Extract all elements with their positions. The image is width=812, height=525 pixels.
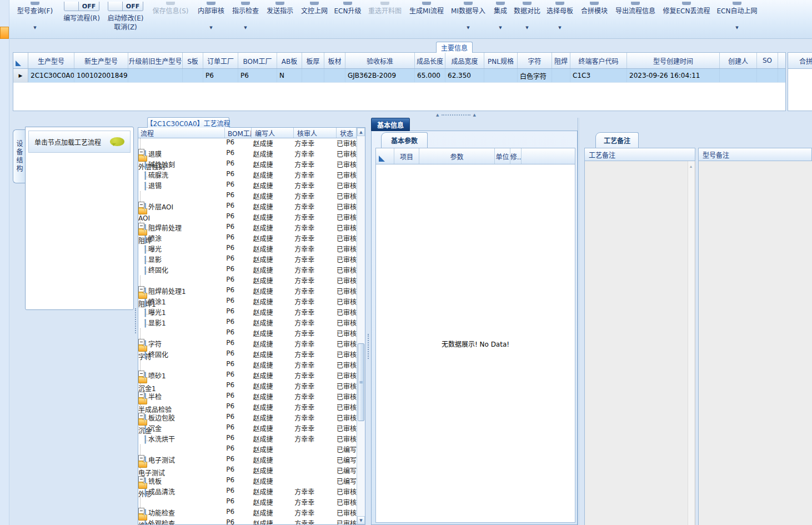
- splitter-grip[interactable]: [442, 114, 470, 116]
- tree-row[interactable]: 终检 P6 赵成捷 方幸幸 已审核: [138, 497, 357, 508]
- tree-row[interactable]: 半检 P6 赵成捷 方幸幸 已审核: [138, 392, 357, 402]
- tree-row[interactable]: 铣板 P6 赵成捷 已编写: [138, 476, 357, 487]
- main-grid-cell[interactable]: [183, 69, 203, 82]
- splitter-grip[interactable]: [135, 308, 137, 333]
- off-toggle[interactable]: OFF: [64, 2, 99, 11]
- tree-scrollbar[interactable]: [357, 128, 365, 524]
- tree-row[interactable]: 外观检查 P6 赵成捷 方幸幸 已审核: [138, 518, 357, 524]
- tree-row[interactable]: 退膜 P6 赵成捷 方幸幸 已审核: [138, 149, 357, 159]
- main-grid-cell[interactable]: [302, 69, 324, 82]
- tree-row[interactable]: 硫脲洗 P6 赵成捷 方幸幸 已审核: [138, 170, 357, 181]
- col-header-flow[interactable]: 流程: [138, 128, 225, 138]
- main-grid-column-header[interactable]: 升级前旧生产型号: [128, 53, 183, 68]
- toolbar-button[interactable]: 文控上网: [297, 0, 332, 39]
- tree-row[interactable]: 退锡 P6 赵成捷 方幸幸 已审核: [138, 181, 357, 191]
- tree-row[interactable]: 外形 P6 赵成捷 已编写: [138, 466, 357, 476]
- main-grid-column-header[interactable]: 验收标准: [345, 53, 415, 68]
- tree-row[interactable]: 终固化 P6 赵成捷 方幸幸 已审核: [138, 265, 357, 276]
- main-grid-column-header[interactable]: BOM工厂: [238, 53, 277, 68]
- col-header-writer[interactable]: 编写人: [252, 128, 294, 138]
- toolbar-button[interactable]: 重选开料图: [364, 0, 406, 39]
- tree-row[interactable]: 阻焊 P6 赵成捷 方幸幸 已审核: [138, 212, 357, 223]
- tree-row[interactable]: 碱性蚀刻 P6 赵成捷 方幸幸 已审核: [138, 159, 357, 170]
- col-header-bom-factory[interactable]: BOM工厂: [225, 128, 252, 138]
- toolbar-button[interactable]: 导出流程信息: [611, 0, 659, 39]
- main-grid-column-header[interactable]: 成品长度: [415, 53, 445, 68]
- params-column-header[interactable]: 项目: [394, 148, 419, 164]
- toolbar-button[interactable]: 集成: [489, 0, 512, 39]
- merge-panel-header[interactable]: 合拼: [788, 53, 812, 69]
- dropdown-arrow-icon[interactable]: [467, 23, 469, 31]
- main-grid-cell[interactable]: 2023-09-26 16:04:11: [627, 69, 720, 82]
- dropdown-arrow-icon[interactable]: [209, 23, 212, 31]
- col-header-status[interactable]: 状态: [337, 128, 357, 138]
- main-grid-column-header[interactable]: 成品宽度: [445, 53, 484, 68]
- tree-row[interactable]: 沉金 P6 赵成捷 方幸幸 已审核: [138, 423, 357, 434]
- dropdown-arrow-icon[interactable]: [558, 23, 561, 31]
- tree-row[interactable]: 功能检查 P6 赵成捷 方幸幸 已审核: [138, 508, 357, 518]
- main-grid-column-header[interactable]: 板厚: [302, 53, 324, 68]
- dropdown-arrow-icon[interactable]: [525, 23, 528, 31]
- params-column-header[interactable]: 修..: [510, 148, 522, 164]
- toolbar-button[interactable]: 内部审核: [194, 0, 228, 39]
- main-grid-column-header[interactable]: PNL规格: [484, 53, 518, 68]
- dropdown-arrow-icon[interactable]: [735, 23, 738, 31]
- tree-row[interactable]: 电子测试 P6 赵成捷 已编写: [138, 444, 357, 455]
- tab-process-flow[interactable]: 【2C1C30C0A0】工艺流程: [147, 117, 229, 128]
- tree-row[interactable]: 阻焊1 P6 赵成捷 方幸幸 已审核: [138, 276, 357, 286]
- tree-row[interactable]: 沉金 P6 赵成捷 方幸幸 已审核: [138, 402, 357, 413]
- main-grid-cell[interactable]: [552, 69, 570, 82]
- main-grid-cell[interactable]: 10010200184924: [74, 69, 128, 82]
- collapse-up-icon[interactable]: [436, 113, 439, 117]
- tree-row[interactable]: 显影1 P6 赵成捷 方幸幸 已审核: [138, 318, 357, 328]
- toolbar-button[interactable]: 选择母板: [543, 0, 577, 39]
- toolbar-button[interactable]: OFF 启动修改(E) 取消(Z): [104, 0, 147, 39]
- toolbar-button[interactable]: OFF 编写流程(R): [59, 0, 104, 39]
- tree-row[interactable]: 字符 P6 赵成捷 方幸幸 已审核: [138, 328, 357, 339]
- tree-row[interactable]: 喷砂1 P6 赵成捷 方幸幸 已审核: [138, 371, 357, 381]
- tab-main-info[interactable]: 主要信息: [436, 42, 473, 53]
- tree-row[interactable]: 喷涂1 P6 赵成捷 方幸幸 已审核: [138, 297, 357, 307]
- main-grid-cell[interactable]: 65.000: [415, 69, 445, 82]
- tree-row[interactable]: 阻焊前处理1 P6 赵成捷 方幸幸 已审核: [138, 286, 357, 297]
- tree-row[interactable]: 曝光1 P6 赵成捷 方幸幸 已审核: [138, 307, 357, 318]
- vertical-splitter-right[interactable]: [578, 118, 584, 525]
- vertical-splitter-middle[interactable]: [366, 113, 371, 525]
- col-header-process-remarks[interactable]: 工艺备注: [584, 148, 695, 161]
- toolbar-button[interactable]: 生成MI流程: [406, 0, 447, 39]
- tree-row[interactable]: 阻焊前处理 P6 赵成捷 方幸幸 已审核: [138, 223, 357, 233]
- scrollbar-thumb[interactable]: [358, 343, 364, 421]
- main-grid-cell[interactable]: N: [277, 69, 302, 82]
- main-grid-column-header[interactable]: 订单工厂: [203, 53, 238, 68]
- splitter-grip[interactable]: [368, 334, 369, 359]
- main-grid-cell[interactable]: GJB362B-2009: [345, 69, 415, 82]
- tab-process-remarks[interactable]: 工艺备注: [595, 132, 639, 148]
- process-remarks-area[interactable]: [584, 161, 695, 525]
- col-header-model-remarks[interactable]: 型号备注: [698, 148, 812, 161]
- dropdown-arrow-icon[interactable]: [244, 23, 247, 31]
- scroll-up-icon[interactable]: [357, 128, 365, 136]
- tree-row[interactable]: 电子测试 P6 赵成捷 已编写: [138, 455, 357, 466]
- docked-window-button[interactable]: [0, 27, 9, 39]
- main-grid-column-header[interactable]: 新生产型号: [74, 53, 128, 68]
- tree-row[interactable]: AOI P6 赵成捷 方幸幸 已审核: [138, 191, 357, 202]
- main-grid-cell[interactable]: 62.350: [445, 69, 484, 82]
- tree-row[interactable]: 成品清洗 P6 赵成捷 方幸幸 已审核: [138, 487, 357, 497]
- main-grid-column-header[interactable]: 生产型号: [28, 53, 74, 68]
- toolbar-button[interactable]: 修复ECN丢流程: [659, 0, 714, 39]
- tree-row[interactable]: 水洗烘干 P6 赵成捷 方幸幸 已审核: [138, 434, 357, 444]
- toolbar-button-sublabel[interactable]: 取消(Z): [114, 23, 137, 32]
- dropdown-arrow-icon[interactable]: [33, 23, 36, 31]
- off-toggle[interactable]: OFF: [108, 2, 143, 11]
- toolbar-button[interactable]: ECN升级: [332, 0, 364, 39]
- tree-row[interactable]: 显影 P6 赵成捷 方幸幸 已审核: [138, 254, 357, 265]
- main-grid-column-header[interactable]: 创建人: [720, 53, 757, 68]
- toolbar-button[interactable]: MI数据导入: [447, 0, 489, 39]
- main-grid-column-header[interactable]: 终端客户代码: [570, 53, 627, 68]
- main-grid-cell[interactable]: P6: [238, 69, 277, 82]
- tree-row[interactable]: 沉金1 P6 赵成捷 方幸幸 已审核: [138, 360, 357, 371]
- toolbar-button[interactable]: 数据对比: [512, 0, 543, 39]
- tab-basic-info[interactable]: 基本信息: [371, 118, 410, 131]
- toolbar-button[interactable]: ECN自动上网: [714, 0, 760, 39]
- main-grid-column-header[interactable]: AB板: [277, 53, 302, 68]
